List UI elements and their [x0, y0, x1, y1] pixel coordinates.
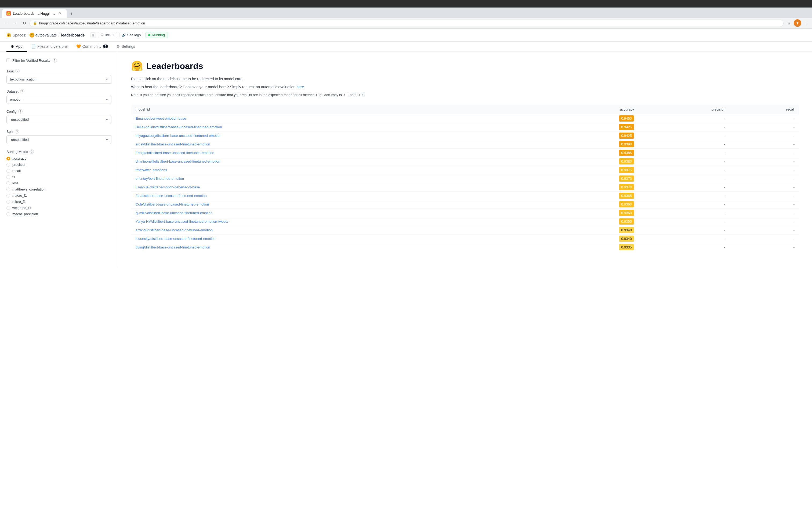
cell-recall: - — [730, 183, 799, 191]
profile-button[interactable]: T — [794, 19, 801, 27]
browser-titlebar — [0, 0, 812, 7]
browser-toolbar: ← → ↻ 🔒 huggingface.co/spaces/autoevalua… — [0, 18, 812, 28]
model-link[interactable]: trnt/twitter_emotions — [135, 168, 167, 172]
accuracy-value: 0.9365 — [619, 193, 634, 199]
model-link[interactable]: Fengkai/distilbert-base-uncased-finetune… — [135, 151, 214, 155]
hf-header: 🤗 Spaces: 🤗 autoevaluate / leaderboards … — [0, 29, 812, 42]
model-link[interactable]: luquesky/distilbert-base-uncased-finetun… — [135, 237, 216, 241]
bookmark-button[interactable]: ☆ — [785, 19, 793, 27]
new-tab-button[interactable]: + — [68, 10, 75, 18]
radio-matthews_correlation[interactable]: matthews_correlation — [6, 187, 112, 191]
table-row: srosy/distilbert-base-uncased-finetuned-… — [131, 140, 799, 148]
cell-model: srosy/distilbert-base-uncased-finetuned-… — [131, 140, 543, 148]
tab-settings[interactable]: ⚙ Settings — [112, 42, 140, 52]
radio-circle-loss — [6, 181, 10, 185]
cell-accuracy: 0.9340 — [543, 226, 638, 234]
model-link[interactable]: Cole/distilbert-base-uncased-finetuned-e… — [135, 202, 209, 206]
radio-loss[interactable]: loss — [6, 181, 112, 185]
filter-verified-label: Filter for Verified Results — [12, 59, 50, 62]
task-select[interactable]: text-classification ▾ — [6, 75, 112, 84]
radio-micro_f1[interactable]: micro_f1 — [6, 200, 112, 204]
config-select[interactable]: -unspecified- ▾ — [6, 115, 112, 124]
tab-favicon: 🤗 — [6, 11, 11, 16]
community-badge: 8 — [103, 45, 108, 48]
cell-recall: - — [730, 243, 799, 252]
model-link[interactable]: Zia/distilbert-base-uncased-finetuned-em… — [135, 194, 206, 198]
tab-files[interactable]: 📄 Files and versions — [27, 42, 72, 52]
copy-button[interactable]: ⎘ — [90, 32, 96, 38]
model-link[interactable]: ericntay/bert-finetuned-emotion — [135, 177, 184, 181]
cell-accuracy: 0.9335 — [543, 243, 638, 252]
radio-macro_f1[interactable]: macro_f1 — [6, 194, 112, 197]
tab-close-button[interactable]: ✕ — [58, 11, 62, 16]
cell-accuracy: 0.9385 — [543, 148, 638, 157]
cell-recall: - — [730, 234, 799, 243]
model-link[interactable]: Emanuel/twitter-emotion-deberta-v3-base — [135, 185, 200, 189]
model-link[interactable]: miyagawaorj/distilbert-base-uncased-fine… — [135, 134, 221, 138]
table-header: model_id accuracy precision recall — [131, 104, 799, 114]
filter-verified-checkbox[interactable] — [6, 59, 10, 62]
here-link[interactable]: here — [296, 85, 304, 89]
repo-name[interactable]: leaderboards — [61, 33, 85, 37]
tab-app[interactable]: ⚙ App — [6, 42, 27, 52]
radio-circle-macro_precision — [6, 212, 10, 216]
cell-recall: - — [730, 200, 799, 209]
dataset-select[interactable]: emotion ▾ — [6, 95, 112, 104]
forward-button[interactable]: → — [11, 19, 19, 27]
radio-weighted_f1[interactable]: weighted_f1 — [6, 206, 112, 210]
table-row: trnt/twitter_emotions 0.9375 - - — [131, 166, 799, 174]
radio-label-recall: recall — [12, 169, 21, 173]
table-row: miyagawaorj/distilbert-base-uncased-fine… — [131, 131, 799, 140]
cell-accuracy: 0.9375 — [543, 166, 638, 174]
model-link[interactable]: srosy/distilbert-base-uncased-finetuned-… — [135, 142, 210, 146]
radio-precision[interactable]: precision — [6, 163, 112, 167]
address-bar[interactable]: 🔒 huggingface.co/spaces/autoevaluate/lea… — [30, 19, 784, 27]
menu-button[interactable]: ⋮ — [802, 19, 810, 27]
config-help-icon[interactable]: ? — [18, 109, 23, 114]
accuracy-value: 0.9370 — [619, 176, 634, 182]
cell-accuracy: 0.9450 — [543, 114, 638, 123]
table-row: Emanuel/bertweet-emotion-base 0.9450 - - — [131, 114, 799, 123]
table-row: Fengkai/distilbert-base-uncased-finetune… — [131, 148, 799, 157]
accuracy-value: 0.9340 — [619, 236, 634, 242]
accuracy-value: 0.9335 — [619, 244, 634, 250]
accuracy-value: 0.9355 — [619, 219, 634, 225]
split-select[interactable]: -unspecified- ▾ — [6, 135, 112, 144]
filter-verified-help[interactable]: ? — [53, 58, 57, 62]
model-link[interactable]: Emanuel/bertweet-emotion-base — [135, 117, 186, 120]
model-link[interactable]: dving/distilbert-base-uncased-finetuned-… — [135, 245, 210, 249]
cell-precision: - — [638, 217, 730, 226]
radio-accuracy[interactable]: accuracy — [6, 156, 112, 161]
radio-f1[interactable]: f1 — [6, 175, 112, 179]
table-row: luquesky/distilbert-base-uncased-finetun… — [131, 234, 799, 243]
refresh-button[interactable]: ↻ — [20, 19, 28, 27]
page-emoji: 🤗 — [131, 60, 143, 72]
heart-icon: ♡ — [100, 33, 104, 37]
split-help-icon[interactable]: ? — [15, 129, 19, 134]
org-avatar: 🤗 — [30, 33, 34, 37]
org-link[interactable]: 🤗 autoevaluate — [30, 33, 57, 37]
accuracy-value: 0.9425 — [619, 133, 634, 139]
task-help-icon[interactable]: ? — [15, 69, 19, 73]
model-link[interactable]: charlieoneill/distilbert-base-uncased-fi… — [135, 160, 220, 163]
tab-community[interactable]: 🧡 Community 8 — [72, 42, 112, 52]
model-link[interactable]: Yuliya-HV/distilbert-base-uncased-finetu… — [135, 220, 228, 224]
model-link[interactable]: BellaAndBria/distilbert-base-uncased-fin… — [135, 125, 222, 129]
like-button[interactable]: ♡ like 11 — [98, 32, 117, 38]
back-button[interactable]: ← — [2, 19, 10, 27]
task-label: Task ? — [6, 69, 112, 73]
lock-icon: 🔒 — [33, 21, 37, 25]
see-logs-button[interactable]: 🔊 See logs — [119, 32, 143, 38]
cell-recall: - — [730, 157, 799, 166]
model-link[interactable]: arrandi/distilbert-base-uncased-finetune… — [135, 228, 213, 232]
browser-tab-active[interactable]: 🤗 Leaderboards - a Hugging Fac… ✕ — [2, 9, 67, 18]
main-content: 🤗 Leaderboards Please click on the model… — [118, 52, 812, 267]
cell-model: Emanuel/bertweet-emotion-base — [131, 114, 543, 123]
accuracy-value: 0.9450 — [619, 115, 634, 122]
radio-macro_precision[interactable]: macro_precision — [6, 212, 112, 216]
dataset-help-icon[interactable]: ? — [20, 89, 25, 93]
sorting-help-icon[interactable]: ? — [30, 149, 34, 154]
model-link[interactable]: cj-mills/distilbert-base-uncased-finetun… — [135, 211, 213, 215]
radio-recall[interactable]: recall — [6, 169, 112, 173]
cell-precision: - — [638, 123, 730, 131]
